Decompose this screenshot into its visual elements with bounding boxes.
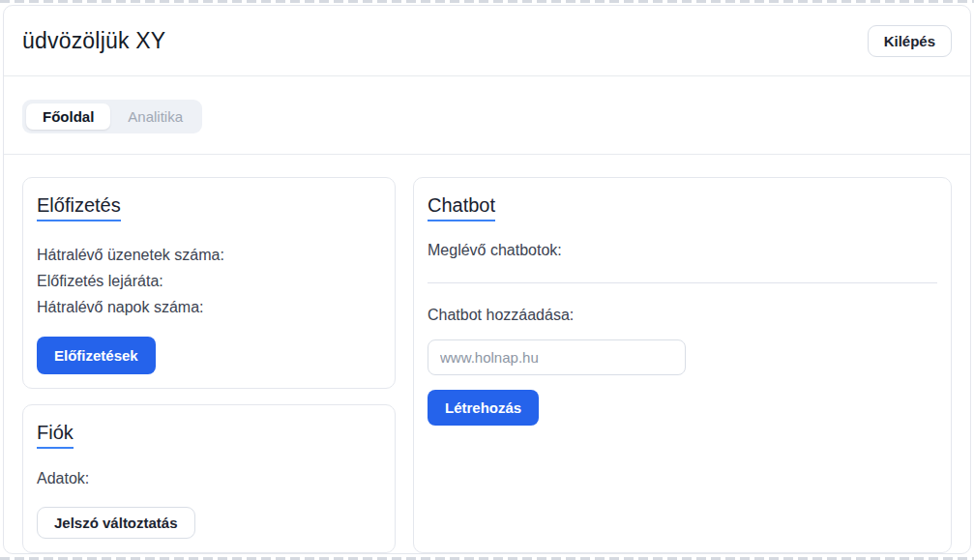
subscription-card-title: Előfizetés (37, 193, 381, 221)
chatbot-card-title: Chatbot (428, 193, 937, 221)
account-data-label: Adatok: (37, 470, 381, 487)
chatbot-card: Chatbot Meglévő chatbotok: Chatbot hozzá… (413, 177, 952, 553)
account-card: Fiók Adatok: Jelszó változtatás (22, 404, 396, 553)
dashed-boundary-top (0, 0, 974, 3)
change-password-button[interactable]: Jelszó változtatás (37, 507, 195, 539)
subscription-title-text: Előfizetés (37, 193, 121, 221)
chatbot-title-text: Chatbot (428, 193, 495, 221)
page-title: üdvözöljük XY (22, 28, 165, 54)
tab-analitika[interactable]: Analitika (112, 103, 198, 130)
header: üdvözöljük XY Kilépés (4, 6, 970, 75)
add-chatbot-label: Chatbot hozzáadása: (428, 307, 937, 324)
content-area: Előfizetés Hátralévő üzenetek száma: Elő… (4, 155, 970, 554)
existing-chatbots-label: Meglévő chatbotok: (428, 242, 937, 259)
tabs-section: Főoldal Analitika (4, 76, 970, 154)
logout-button[interactable]: Kilépés (868, 25, 952, 57)
main-container: üdvözöljük XY Kilépés Főoldal Analitika … (3, 5, 971, 554)
right-column: Chatbot Meglévő chatbotok: Chatbot hozzá… (413, 177, 952, 553)
subscription-expiry-label: Előfizetés lejáráta: (37, 268, 381, 294)
subscriptions-button[interactable]: Előfizetések (37, 337, 156, 374)
tab-list: Főoldal Analitika (22, 100, 202, 133)
subscription-info: Hátralévő üzenetek száma: Előfizetés lej… (37, 242, 381, 320)
remaining-days-label: Hátralévő napok száma: (37, 294, 381, 320)
chatbot-url-input[interactable] (428, 339, 686, 375)
subscription-card: Előfizetés Hátralévő üzenetek száma: Elő… (22, 177, 396, 389)
tab-fooldal[interactable]: Főoldal (26, 103, 110, 130)
chatbot-card-divider (428, 282, 937, 283)
account-title-text: Fiók (37, 421, 74, 449)
remaining-messages-label: Hátralévő üzenetek száma: (37, 242, 381, 268)
account-card-title: Fiók (37, 421, 381, 449)
left-column: Előfizetés Hátralévő üzenetek száma: Elő… (22, 177, 396, 553)
create-chatbot-button[interactable]: Létrehozás (428, 390, 539, 426)
